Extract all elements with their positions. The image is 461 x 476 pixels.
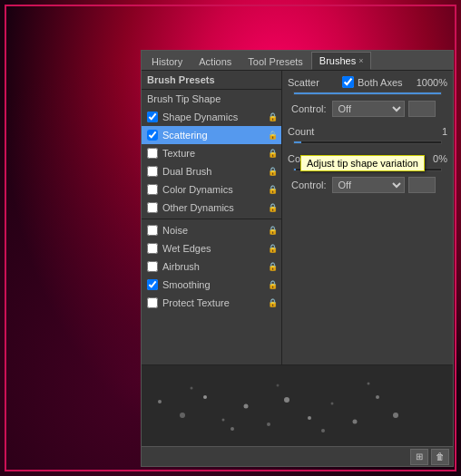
svg-point-11 (393, 413, 398, 418)
new-brush-icon: ⊞ (416, 452, 423, 461)
delete-brush-icon: 🗑 (436, 452, 445, 461)
noise-label: Noise (162, 225, 188, 236)
brush-tip-shape-label: Brush Tip Shape (147, 93, 221, 104)
protect-texture-checkbox[interactable] (147, 297, 158, 308)
control-row-1: Control: Off Fade Pen Pressure (291, 101, 447, 117)
bottom-toolbar: ⊞ 🗑 (142, 446, 453, 466)
count-slider-fill (294, 141, 301, 143)
both-axes-label: Both Axes (358, 77, 412, 88)
dual-brush-label: Dual Brush (162, 166, 211, 177)
svg-point-12 (191, 387, 193, 390)
scatter-slider-fill (294, 92, 441, 94)
other-dynamics-label: Other Dynamics (162, 202, 234, 213)
count-jitter-slider-fill (294, 169, 296, 170)
create-new-brush-button[interactable]: ⊞ (410, 449, 428, 465)
color-dynamics-item[interactable]: Color Dynamics 🔒 (142, 180, 281, 199)
scattering-item[interactable]: Scattering 🔒 (142, 126, 281, 144)
svg-point-2 (203, 395, 207, 399)
smoothing-lock-icon: 🔒 (267, 279, 278, 290)
svg-point-13 (230, 427, 234, 431)
wet-edges-lock-icon: 🔒 (267, 243, 278, 254)
airbrush-item[interactable]: Airbrush 🔒 (142, 257, 281, 276)
scatter-value: 1000% (417, 77, 447, 88)
tab-close-icon[interactable]: × (358, 56, 363, 65)
tab-tool-presets[interactable]: Tool Presets (240, 52, 311, 70)
brush-preview-area (142, 364, 453, 446)
shape-dynamics-checkbox[interactable] (147, 112, 158, 122)
airbrush-label: Airbrush (162, 261, 200, 272)
protect-texture-item[interactable]: Protect Texture 🔒 (142, 294, 281, 312)
tab-bar: History Actions Tool Presets Brushes × (142, 51, 453, 71)
svg-point-7 (308, 416, 311, 420)
shape-dynamics-item[interactable]: Shape Dynamics 🔒 (142, 108, 281, 126)
brush-tip-shape-item[interactable]: Brush Tip Shape (142, 90, 281, 108)
svg-point-1 (180, 413, 185, 418)
airbrush-lock-icon: 🔒 (267, 261, 278, 272)
noise-checkbox[interactable] (147, 225, 158, 236)
other-dynamics-item[interactable]: Other Dynamics 🔒 (142, 199, 281, 217)
tab-history[interactable]: History (143, 52, 191, 70)
brush-settings-panel: Scatter Both Axes 1000% Control: Off (282, 71, 453, 364)
svg-point-10 (376, 395, 379, 399)
svg-point-0 (158, 400, 162, 403)
tab-brushes[interactable]: Brushes × (311, 52, 372, 70)
smoothing-item[interactable]: Smoothing 🔒 (142, 276, 281, 294)
wet-edges-item[interactable]: Wet Edges 🔒 (142, 239, 281, 257)
svg-point-15 (321, 429, 325, 432)
control-1-input[interactable] (408, 101, 436, 117)
count-slider-row (288, 141, 447, 144)
count-label: Count (288, 126, 342, 137)
both-axes-checkbox[interactable] (342, 76, 354, 88)
svg-point-3 (222, 419, 225, 422)
brushes-panel: History Actions Tool Presets Brushes × B… (141, 50, 454, 467)
scattering-label: Scattering (162, 130, 208, 141)
scatter-row: Scatter Both Axes 1000% (288, 76, 447, 88)
wet-edges-label: Wet Edges (162, 243, 211, 254)
control-2-select[interactable]: Off Fade Pen Pressure (332, 177, 405, 193)
tooltip: Adjust tip shape variation (300, 155, 425, 171)
texture-label: Texture (162, 148, 195, 159)
scatter-slider-row (288, 92, 447, 95)
texture-checkbox[interactable] (147, 148, 158, 159)
count-row: Count 1 (288, 126, 447, 137)
count-value: 1 (442, 126, 447, 137)
scatter-label: Scatter (288, 77, 342, 88)
smoothing-checkbox[interactable] (147, 279, 158, 290)
control-2-input[interactable] (408, 177, 436, 193)
control-2-label: Control: (291, 180, 327, 190)
scatter-slider-track[interactable] (293, 92, 442, 95)
color-dynamics-label: Color Dynamics (162, 184, 233, 195)
noise-lock-icon: 🔒 (267, 225, 278, 236)
other-dynamics-lock-icon: 🔒 (267, 202, 278, 213)
svg-point-4 (244, 404, 249, 409)
shape-dynamics-label: Shape Dynamics (162, 112, 238, 122)
svg-point-8 (331, 403, 334, 405)
texture-item[interactable]: Texture 🔒 (142, 144, 281, 162)
color-dynamics-lock-icon: 🔒 (267, 184, 278, 195)
texture-lock-icon: 🔒 (267, 148, 278, 159)
control-1-label: Control: (291, 103, 327, 114)
tab-actions[interactable]: Actions (191, 52, 240, 70)
svg-point-16 (368, 383, 370, 385)
delete-brush-button[interactable]: 🗑 (431, 449, 449, 465)
svg-point-9 (353, 420, 358, 424)
shape-dynamics-lock-icon: 🔒 (267, 112, 278, 122)
dual-brush-checkbox[interactable] (147, 166, 158, 177)
brush-presets-header: Brush Presets (142, 71, 281, 90)
dual-brush-item[interactable]: Dual Brush 🔒 (142, 162, 281, 180)
separator-1 (142, 219, 281, 219)
panel-content: Brush Presets Brush Tip Shape Shape Dyna… (142, 71, 453, 364)
wet-edges-checkbox[interactable] (147, 243, 158, 254)
airbrush-checkbox[interactable] (147, 261, 158, 272)
other-dynamics-checkbox[interactable] (147, 202, 158, 213)
protect-texture-label: Protect Texture (162, 297, 230, 308)
control-1-select[interactable]: Off Fade Pen Pressure (332, 101, 405, 117)
svg-point-14 (277, 384, 280, 387)
protect-texture-lock-icon: 🔒 (267, 297, 278, 308)
count-jitter-value: 0% (433, 153, 447, 164)
color-dynamics-checkbox[interactable] (147, 184, 158, 195)
control-row-2: Control: Off Fade Pen Pressure (291, 177, 447, 193)
scattering-checkbox[interactable] (147, 130, 158, 141)
count-slider-track[interactable] (293, 141, 442, 144)
noise-item[interactable]: Noise 🔒 (142, 221, 281, 239)
